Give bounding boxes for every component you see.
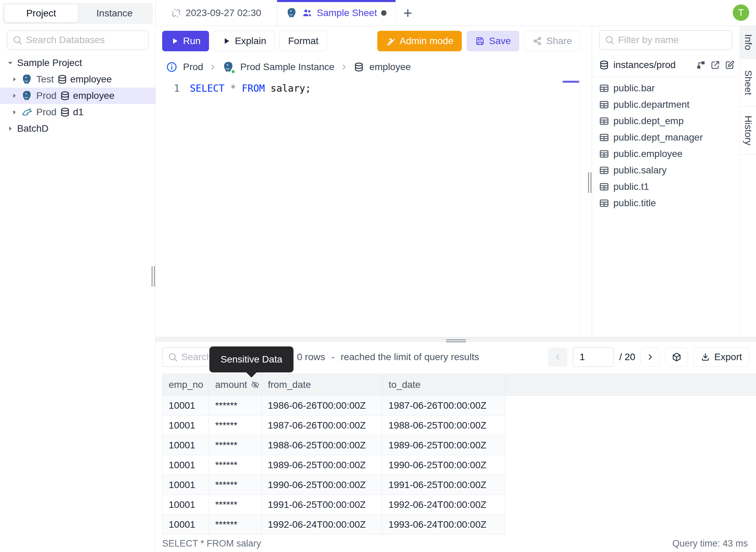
chevron-right-icon	[10, 92, 18, 100]
external-link-icon[interactable]	[710, 60, 720, 70]
save-icon	[475, 36, 485, 46]
tree-item-sample-project[interactable]: Sample Project	[0, 55, 156, 71]
chevron-right-icon	[646, 353, 655, 362]
table-list-item[interactable]: public.salary	[592, 162, 740, 179]
avatar[interactable]: T	[733, 4, 749, 21]
database-icon	[60, 91, 70, 101]
table-name: public.dept_manager	[613, 132, 703, 143]
export-label: Export	[714, 352, 742, 363]
table-row[interactable]: 10001******1988-06-25T00:00:00Z1989-06-2…	[162, 435, 505, 455]
eye-off-icon	[250, 380, 260, 390]
editor-toolbar: Run Explain Format Admin mode Save Share	[162, 31, 581, 51]
tab-project[interactable]: Project	[4, 4, 78, 22]
table-list-item[interactable]: public.bar	[592, 80, 740, 96]
share-label: Share	[546, 36, 572, 47]
prev-page-button[interactable]	[548, 347, 567, 367]
rows-info: 0 rows - reached the limit of query resu…	[297, 352, 479, 363]
side-tab-strip: Info Sheet History	[740, 26, 756, 337]
filter-by-name-input[interactable]	[618, 35, 727, 45]
table-list-item[interactable]: public.title	[592, 195, 740, 211]
sql-operator: *	[230, 83, 236, 94]
table-row[interactable]: 10001******1986-06-26T00:00:00Z1987-06-2…	[162, 396, 505, 416]
table-icon	[599, 100, 609, 110]
sql-editor-line[interactable]: 1SELECT * FROM salary;	[156, 81, 311, 96]
table-name: public.department	[613, 99, 690, 110]
column-header[interactable]: to_date	[382, 374, 506, 395]
executed-query-label: SELECT * FROM salary	[162, 538, 261, 549]
breadcrumb-database[interactable]: employee	[369, 62, 411, 73]
table-name: public.salary	[613, 165, 667, 176]
line-number: 1	[156, 81, 180, 96]
search-icon	[604, 35, 615, 45]
results-resize-bar[interactable]	[156, 337, 756, 342]
explain-button[interactable]: Explain	[214, 31, 275, 51]
table-row[interactable]: 10001******1991-06-25T00:00:00Z1992-06-2…	[162, 495, 505, 515]
next-page-button[interactable]	[641, 347, 660, 367]
column-header[interactable]: emp_no	[162, 374, 209, 395]
save-button[interactable]: Save	[467, 31, 519, 51]
divider	[592, 77, 740, 77]
breadcrumb-instance[interactable]: Prod Sample Instance	[240, 62, 335, 73]
share-icon	[533, 36, 542, 46]
table-row[interactable]: 10001******1989-06-25T00:00:00Z1990-06-2…	[162, 455, 505, 475]
schema-path-label: instances/prod	[613, 60, 676, 70]
sheet-tab-sample-sheet[interactable]: Sample Sheet	[277, 0, 396, 26]
tree-item-batchd[interactable]: BatchD	[0, 120, 156, 137]
tab-instance[interactable]: Instance	[78, 4, 152, 22]
table-row[interactable]: 10001******1990-06-25T00:00:00Z1991-06-2…	[162, 475, 505, 495]
dash: -	[331, 352, 334, 363]
table-list-item[interactable]: public.department	[592, 96, 740, 113]
overview-ruler-mark	[563, 81, 579, 83]
search-databases-input[interactable]	[26, 35, 143, 45]
data-box-button[interactable]	[665, 347, 688, 367]
tab-history[interactable]: History	[740, 107, 756, 155]
chevron-right-icon	[340, 63, 348, 71]
drag-handle-icon[interactable]	[446, 338, 466, 343]
share-button[interactable]: Share	[524, 31, 581, 51]
database-icon	[57, 74, 67, 84]
tooltip-label: Sensitive Data	[221, 354, 283, 365]
download-icon	[701, 352, 710, 362]
tree-item-prod-employee[interactable]: Prod employee	[0, 88, 156, 104]
run-button[interactable]: Run	[162, 31, 209, 51]
tree-item-test-employee[interactable]: Test employee	[0, 71, 156, 88]
database-label: d1	[73, 107, 83, 118]
tree-item-prod-d1[interactable]: Prod d1	[0, 104, 156, 120]
sidebar-resize-handle[interactable]	[151, 266, 156, 287]
project-tree: Sample Project Test employee Prod employ…	[0, 55, 156, 137]
sheet-tab-adhoc[interactable]: 2023-09-27 02:30	[156, 0, 277, 26]
sql-keyword: FROM	[242, 83, 265, 94]
table-list-item[interactable]: public.dept_manager	[592, 129, 740, 146]
edit-icon[interactable]	[725, 60, 735, 70]
page-total: / 20	[619, 352, 635, 363]
format-button[interactable]: Format	[279, 31, 327, 51]
unlink-icon	[171, 8, 181, 18]
breadcrumb-environment[interactable]: Prod	[183, 62, 203, 73]
table-list-item[interactable]: public.employee	[592, 146, 740, 162]
sensitive-data-tooltip: Sensitive Data	[209, 346, 294, 372]
database-icon	[60, 107, 70, 117]
page-number-input[interactable]	[573, 347, 614, 367]
table-icon	[599, 116, 609, 126]
tab-sheet[interactable]: Sheet	[740, 59, 756, 107]
table-icon	[599, 182, 609, 192]
chevron-left-icon	[553, 353, 562, 362]
schema-panel: instances/prod public.bar public.departm…	[592, 26, 740, 337]
tab-info[interactable]: Info	[740, 26, 756, 59]
table-row[interactable]: 10001******1987-06-26T00:00:00Z1988-06-2…	[162, 416, 505, 435]
table-list-item[interactable]: public.t1	[592, 179, 740, 195]
panel-resize-handle[interactable]	[587, 172, 592, 193]
admin-mode-button[interactable]: Admin mode	[377, 31, 462, 51]
table-icon	[599, 198, 609, 208]
schema-diagram-icon[interactable]	[696, 60, 706, 70]
pagination: / 20 Export	[548, 347, 749, 367]
table-list-item[interactable]: public.dept_emp	[592, 113, 740, 129]
info-icon[interactable]	[166, 61, 178, 73]
save-label: Save	[489, 36, 511, 47]
table-row[interactable]: 10001******1992-06-24T00:00:00Z1993-06-2…	[162, 515, 505, 535]
table-name: public.bar	[613, 83, 655, 94]
environment-label: Prod	[36, 90, 56, 101]
new-tab-button[interactable]: +	[396, 0, 420, 26]
column-header[interactable]: from_date	[262, 374, 382, 395]
export-button[interactable]: Export	[693, 347, 749, 367]
